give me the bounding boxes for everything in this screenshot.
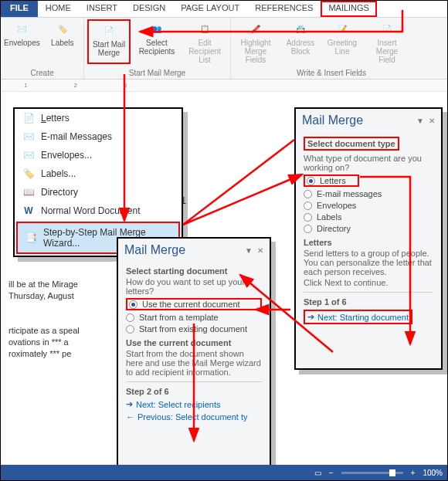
help-text: How do you want to set up your letters? [126,277,262,296]
zoom-out-button[interactable]: − [329,469,334,477]
radio-icon [307,177,315,185]
step-indicator: Step 2 of 6 [126,387,262,396]
dropdown-item-directory[interactable]: 📖Directory [15,183,182,202]
radio-use-current[interactable]: Use the current document [126,298,262,310]
tab-home[interactable]: HOME [38,1,79,17]
email-icon: ✉️ [22,131,35,142]
edit-recipient-list-button[interactable]: 📋 Edit Recipient List [183,19,226,64]
pane-menu-icon[interactable]: ▼ [245,246,253,255]
step-indicator: Step 1 of 6 [304,297,433,307]
radio-letters[interactable]: Letters [304,174,359,187]
tab-mailings[interactable]: MAILINGS [321,1,377,17]
directory-icon: 📖 [22,187,35,198]
radio-envelopes[interactable]: Envelopes [304,201,433,210]
envelope-icon: ✉️ [22,150,35,161]
address-icon: 📇 [290,19,311,38]
arrow-right-icon: ➔ [126,399,133,409]
labels-icon: 🏷️ [22,168,35,179]
greeting-icon: 📝 [332,19,352,38]
dropdown-item-email[interactable]: ✉️E-mail Messages [15,127,182,146]
word-icon: W [22,205,35,216]
radio-labels[interactable]: Labels [304,212,433,222]
labels-button[interactable]: 🏷️ Labels [45,19,80,47]
insert-field-icon: 📄 [377,19,397,38]
radio-icon [304,190,312,198]
mail-merge-pane-step2: Mail Merge▼✕ Select starting document Ho… [117,237,271,476]
body-text-fragment: ill be at the Mirage Thursday, August [8,279,124,302]
radio-template[interactable]: Start from a template [126,313,262,322]
group-write-label: Write & Insert Fields [234,69,429,79]
help-text: What type of document are you working on… [304,154,433,172]
dropdown-item-labels[interactable]: 🏷️Labels... [15,164,182,183]
body-text-fragment: rticipate as a speal ovations in *** a r… [8,325,124,360]
tab-design[interactable]: DESIGN [125,1,173,17]
help-text: Send letters to a group of people. You c… [304,249,433,276]
next-select-recipients-link[interactable]: ➔Next: Select recipients [126,399,262,409]
document-stack-icon: 📄 [99,21,119,39]
wizard-icon: 📑 [25,232,37,243]
group-startmm-label: Start Mail Merge [87,69,227,79]
status-bar: ▭ − + 100% [1,465,448,480]
envelopes-button[interactable]: ✉️ Envelopes [4,19,40,47]
arrow-left-icon: ← [126,412,134,422]
pane-title: Mail Merge [124,243,185,257]
dropdown-item-normal[interactable]: WNormal Word Document [15,202,182,220]
pane-close-icon[interactable]: ✕ [257,246,263,255]
select-recipients-button[interactable]: 👥 Select Recipients [135,19,178,64]
section-letters: Letters [304,238,433,247]
recipients-icon: 👥 [147,19,167,38]
radio-icon [129,300,137,309]
radio-icon [304,213,312,222]
radio-email[interactable]: E-mail messages [304,189,433,198]
view-icon[interactable]: ▭ [314,469,321,477]
dropdown-item-envelopes[interactable]: ✉️Envelopes... [15,146,182,164]
tab-page-layout[interactable]: PAGE LAYOUT [173,1,247,17]
next-starting-document-link[interactable]: ➔Next: Starting document [304,310,412,324]
help-text: Start from the document shown here and u… [126,349,262,377]
highlight-icon: 🖍️ [246,19,266,38]
pane-title: Mail Merge [302,113,363,127]
labels-icon: 🏷️ [53,19,73,38]
mail-merge-pane-step1: Mail Merge▼✕ Select document type What t… [294,107,443,370]
address-block-button[interactable]: 📇 Address Block [282,19,319,64]
radio-icon [304,202,312,210]
ribbon-tabs: FILE HOME INSERT DESIGN PAGE LAYOUT REFE… [1,1,447,18]
letter-icon: 📄 [22,113,35,124]
pane-menu-icon[interactable]: ▼ [416,117,424,125]
ribbon: ✉️ Envelopes 🏷️ Labels Create 📄 Start Ma… [1,18,447,80]
tab-file[interactable]: FILE [1,1,38,17]
previous-select-doc-type-link[interactable]: ←Previous: Select document ty [126,412,262,422]
zoom-in-button[interactable]: + [411,469,416,477]
radio-icon [126,313,134,322]
section-select-doc-type: Select document type [304,137,399,151]
ruler: 1 2 3 [1,80,447,92]
help-text: Click Next to continue. [304,278,433,287]
tab-references[interactable]: REFERENCES [247,1,321,17]
group-create-label: Create [4,69,80,79]
zoom-level: 100% [423,469,443,477]
radio-icon [126,325,134,334]
dropdown-item-letters[interactable]: 📄Letters [15,109,182,127]
highlight-merge-fields-button[interactable]: 🖍️ Highlight Merge Fields [234,19,277,64]
arrow-right-icon: ➔ [307,312,314,322]
envelope-icon: ✉️ [12,19,32,38]
edit-list-icon: 📋 [195,19,215,38]
start-mail-merge-dropdown: 📄Letters ✉️E-mail Messages ✉️Envelopes..… [13,107,183,257]
radio-existing[interactable]: Start from existing document [126,324,262,334]
greeting-line-button[interactable]: 📝 Greeting Line [324,19,361,64]
tab-insert[interactable]: INSERT [79,1,125,17]
zoom-slider[interactable] [341,472,403,474]
start-mail-merge-button[interactable]: 📄 Start Mail Merge [87,19,131,64]
insert-merge-field-button[interactable]: 📄 Insert Merge Field [365,19,409,64]
section-use-current: Use the current document [126,338,262,347]
section-select-starting-doc: Select starting document [126,266,262,276]
radio-icon [304,225,312,233]
radio-directory[interactable]: Directory [304,224,433,233]
pane-close-icon[interactable]: ✕ [429,117,435,125]
